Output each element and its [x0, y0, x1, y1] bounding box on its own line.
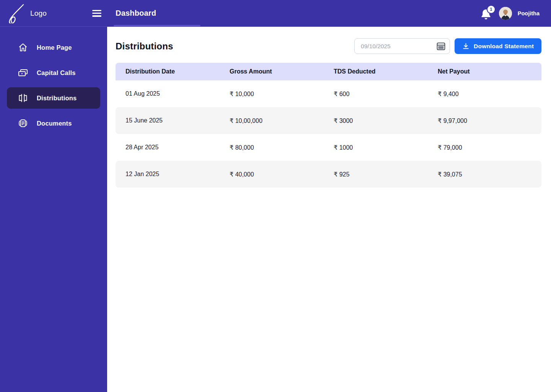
- table-header-cell: Net Payout: [428, 68, 541, 75]
- table-cell: ₹ 9,400: [428, 90, 541, 98]
- table-cell: ₹ 80,000: [220, 144, 324, 151]
- table-cell: ₹ 600: [324, 90, 428, 98]
- sidebar-item-label: Capital Calls: [37, 69, 76, 77]
- table-cell: 28 Apr 2025: [116, 144, 220, 151]
- page-breadcrumb-title: Dashboard: [116, 9, 156, 18]
- hamburger-menu-icon[interactable]: [92, 10, 101, 17]
- app-window: Logo Dashboard 1: [0, 0, 551, 392]
- brand-area: Logo: [0, 3, 107, 23]
- download-statement-button[interactable]: Download Statement: [455, 38, 541, 54]
- distributions-table: Distribution DateGross AmountTDS Deducte…: [116, 63, 541, 188]
- avatar-photo: [499, 7, 512, 20]
- download-icon: [462, 42, 469, 50]
- sidebar-item-capital-calls[interactable]: Capital Calls: [7, 62, 100, 83]
- logo-text: Logo: [30, 9, 47, 18]
- sidebar-item-label: Distributions: [37, 95, 77, 102]
- topbar-right-cluster: 1 Poojitha: [480, 7, 551, 20]
- table-cell: 15 June 2025: [116, 117, 220, 124]
- table-row: 28 Apr 2025₹ 80,000₹ 1000₹ 79,000: [116, 134, 541, 161]
- user-name: Poojitha: [518, 10, 540, 16]
- sidebar-item-label: Documents: [37, 120, 72, 127]
- table-header-row: Distribution DateGross AmountTDS Deducte…: [116, 63, 541, 80]
- table-cell: 12 Jan 2025: [116, 171, 220, 178]
- toolbar: Distributions: [116, 38, 541, 54]
- home-icon: [18, 42, 28, 53]
- sidebar-item-distributions[interactable]: Distributions: [7, 87, 100, 109]
- user-avatar[interactable]: [499, 7, 512, 20]
- table-cell: ₹ 9,97,000: [428, 117, 541, 124]
- table-cell: ₹ 79,000: [428, 144, 541, 151]
- page-title: Distributions: [116, 41, 173, 52]
- date-picker-field: [354, 38, 450, 54]
- sidebar-item-documents[interactable]: Documents: [7, 113, 100, 134]
- sidebar-item-home-page[interactable]: Home Page: [7, 37, 100, 58]
- table-header-cell: TDS Deducted: [324, 68, 428, 75]
- table-header-cell: Distribution Date: [116, 68, 220, 75]
- table-row: 12 Jan 2025₹ 40,000₹ 925₹ 39,075: [116, 161, 541, 188]
- table-cell: ₹ 39,075: [428, 171, 541, 178]
- sidebar: Home Page Capital Calls: [0, 27, 107, 392]
- download-button-label: Download Statement: [474, 43, 534, 50]
- capital-calls-icon: [18, 67, 28, 78]
- date-input[interactable]: [354, 38, 450, 54]
- logo-icon: [8, 3, 25, 23]
- table-cell: ₹ 10,000: [220, 90, 324, 98]
- notification-bell-icon[interactable]: 1: [480, 7, 493, 20]
- table-header-cell: Gross Amount: [220, 68, 324, 75]
- table-cell: 01 Aug 2025: [116, 90, 220, 97]
- sidebar-item-label: Home Page: [37, 44, 72, 51]
- distributions-icon: [18, 93, 28, 103]
- top-navbar: Logo Dashboard 1: [0, 0, 551, 27]
- notification-count-badge: 1: [487, 6, 495, 13]
- table-row: 01 Aug 2025₹ 10,000₹ 600₹ 9,400: [116, 80, 541, 107]
- horizontal-scrollbar-thumb[interactable]: [114, 25, 201, 26]
- table-cell: ₹ 3000: [324, 117, 428, 124]
- table-cell: ₹ 40,000: [220, 171, 324, 178]
- table-cell: ₹ 925: [324, 171, 428, 178]
- calendar-icon[interactable]: [436, 41, 446, 51]
- table-row: 15 June 2025₹ 10,00,000₹ 3000₹ 9,97,000: [116, 107, 541, 134]
- main-content: Distributions: [107, 27, 551, 392]
- table-cell: ₹ 1000: [324, 144, 428, 151]
- documents-icon: [18, 118, 28, 129]
- table-body: 01 Aug 2025₹ 10,000₹ 600₹ 9,40015 June 2…: [116, 80, 541, 188]
- table-cell: ₹ 10,00,000: [220, 117, 324, 124]
